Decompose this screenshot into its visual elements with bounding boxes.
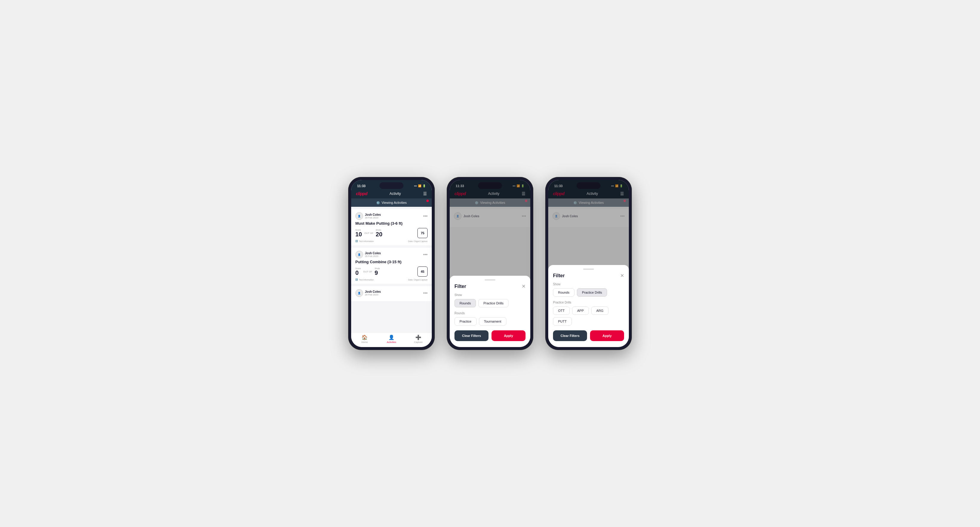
modal-header-3: Filter ✕ [553, 273, 624, 278]
phone-1: 11:33 ▪▪▪ 📶 🔋 clippd Activity ☰ ⚙️ Viewi… [348, 177, 435, 350]
close-icon-2[interactable]: ✕ [522, 284, 525, 289]
close-icon-3[interactable]: ✕ [620, 273, 624, 278]
phone-showcase: 11:33 ▪▪▪ 📶 🔋 clippd Activity ☰ ⚙️ Viewi… [348, 177, 632, 350]
clear-filters-btn-2[interactable]: Clear Filters [455, 330, 488, 341]
score-group-1: Score 10 [355, 229, 362, 238]
card-header-2: 👤 Josh Coles 28 Feb 2023 ••• [355, 251, 428, 259]
user-name-3: Josh Coles [365, 290, 381, 293]
avatar-inner-3: 👤 [356, 289, 363, 297]
rounds-btn-3[interactable]: Rounds [553, 288, 574, 297]
shot-quality-value-1: 75 [421, 231, 424, 235]
signal-icon-1: ▪▪▪ [414, 184, 417, 187]
data-source-1: Data: Clippd Capture [408, 240, 428, 242]
drills-label-3: Practice Drills [553, 301, 624, 304]
score-group-2: Score 0 [355, 267, 361, 276]
avatar-inner-2: 👤 [356, 251, 363, 258]
viewing-bar-text-1: Viewing Activities [382, 201, 407, 205]
test-info-2: ℹ️ Test Information [355, 278, 374, 281]
modal-header-2: Filter ✕ [455, 284, 525, 289]
putt-btn-3[interactable]: PUTT [553, 317, 572, 325]
filter-modal-3: Filter ✕ Show Rounds Practice Drills Pra… [548, 265, 629, 347]
more-dots-1[interactable]: ••• [423, 214, 428, 218]
apply-btn-3[interactable]: Apply [590, 330, 624, 341]
show-buttons-2: Rounds Practice Drills [455, 299, 525, 307]
stats-row-2: Score 0 OUT OF Shots 9 45 [355, 267, 428, 277]
user-details-1: Josh Coles 28 Feb 2023 [365, 213, 381, 219]
filter-modal-2: Filter ✕ Show Rounds Practice Drills Rou… [450, 276, 530, 347]
avatar-inner-1: 👤 [356, 213, 363, 220]
logo-1: clippd [356, 191, 367, 196]
drills-buttons-3: OTT APP ARG PUTT [553, 306, 624, 325]
practice-drills-btn-2[interactable]: Practice Drills [478, 299, 509, 307]
status-time-1: 11:33 [357, 184, 366, 188]
capture-icon: ➕ [415, 335, 421, 340]
nav-item-activities[interactable]: 👤 Activities [378, 335, 405, 343]
nav-title-1: Activity [390, 192, 401, 196]
nav-item-home[interactable]: 🏠 Home [351, 335, 378, 343]
show-label-2: Show [455, 293, 525, 297]
show-label-3: Show [553, 283, 624, 286]
shots-label-1: Shots [375, 229, 382, 231]
apply-btn-2[interactable]: Apply [492, 330, 525, 341]
phone-3-screen: 11:33 ▪▪▪ 📶 🔋 clippd Activity ☰ ⚙️ Viewi… [548, 180, 629, 347]
avatar-1: 👤 [355, 212, 363, 220]
user-details-3: Josh Coles 28 Feb 2023 [365, 290, 381, 296]
activity-title-1: Must Make Putting (3-6 ft) [355, 221, 428, 225]
ott-btn-3[interactable]: OTT [553, 306, 570, 315]
shots-group-2: Shots 9 [374, 267, 380, 276]
user-date-3: 28 Feb 2023 [365, 293, 381, 296]
menu-icon-1[interactable]: ☰ [423, 191, 427, 196]
more-dots-2[interactable]: ••• [423, 252, 428, 257]
practice-round-btn-2[interactable]: Practice [455, 317, 477, 325]
score-value-2: 0 [355, 270, 359, 276]
shots-value-2: 9 [374, 270, 378, 276]
user-date-2: 28 Feb 2023 [365, 255, 381, 257]
phone-3: 11:33 ▪▪▪ 📶 🔋 clippd Activity ☰ ⚙️ Viewi… [545, 177, 632, 350]
rounds-buttons-2: Practice Tournament [455, 317, 525, 325]
user-info-3: 👤 Josh Coles 28 Feb 2023 [355, 289, 381, 297]
viewing-bar-1[interactable]: ⚙️ Viewing Activities [351, 198, 432, 207]
card-footer-1: ℹ️ Test Information Data: Clippd Capture [355, 240, 428, 242]
status-icons-1: ▪▪▪ 📶 🔋 [414, 184, 426, 187]
shots-label-2: Shots [374, 267, 380, 270]
info-icon-1: ℹ️ [355, 240, 358, 242]
nav-bar-1: clippd Activity ☰ [351, 189, 432, 198]
shot-quality-value-2: 45 [421, 270, 424, 273]
activity-card-3: 👤 Josh Coles 28 Feb 2023 ••• [351, 286, 432, 301]
user-info-1: 👤 Josh Coles 28 Feb 2023 [355, 212, 381, 220]
practice-drills-btn-3[interactable]: Practice Drills [577, 288, 607, 297]
modal-actions-3: Clear Filters Apply [553, 330, 624, 341]
out-of-1: OUT OF [364, 232, 373, 235]
stats-row-1: Score 10 OUT OF Shots 20 75 [355, 228, 428, 238]
content-1: 👤 Josh Coles 28 Feb 2023 ••• Must Make P… [351, 207, 432, 332]
arg-btn-3[interactable]: ARG [591, 306, 609, 315]
modal-title-2: Filter [455, 284, 466, 289]
user-info-2: 👤 Josh Coles 28 Feb 2023 [355, 251, 381, 259]
user-date-1: 28 Feb 2023 [365, 216, 381, 219]
card-header-3: 👤 Josh Coles 28 Feb 2023 ••• [355, 289, 428, 297]
shots-value-1: 20 [375, 231, 382, 238]
modal-handle-2 [485, 279, 495, 281]
activities-icon: 👤 [388, 335, 395, 340]
app-btn-3[interactable]: APP [572, 306, 589, 315]
activity-card-1: 👤 Josh Coles 28 Feb 2023 ••• Must Make P… [351, 209, 432, 245]
rounds-btn-2[interactable]: Rounds [455, 299, 476, 307]
nav-item-capture[interactable]: ➕ Capture [405, 335, 432, 343]
user-name-1: Josh Coles [365, 213, 381, 216]
capture-label: Capture [414, 341, 423, 343]
more-dots-3[interactable]: ••• [423, 291, 428, 295]
activity-card-2: 👤 Josh Coles 28 Feb 2023 ••• Putting Com… [351, 248, 432, 284]
tournament-btn-2[interactable]: Tournament [479, 317, 506, 325]
out-of-2: OUT OF [363, 270, 372, 273]
notification-dot-1 [426, 200, 429, 202]
score-label-1: Score [355, 229, 362, 231]
score-label-2: Score [355, 267, 361, 270]
wifi-icon-1: 📶 [418, 184, 421, 187]
dynamic-island-1 [380, 183, 403, 189]
clear-filters-btn-3[interactable]: Clear Filters [553, 330, 587, 341]
phone-2: 11:33 ▪▪▪ 📶 🔋 clippd Activity ☰ ⚙️ Viewi… [447, 177, 533, 350]
score-value-1: 10 [355, 231, 362, 238]
avatar-3: 👤 [355, 289, 363, 297]
battery-icon-1: 🔋 [423, 184, 426, 187]
filter-icon-1: ⚙️ [376, 201, 380, 205]
